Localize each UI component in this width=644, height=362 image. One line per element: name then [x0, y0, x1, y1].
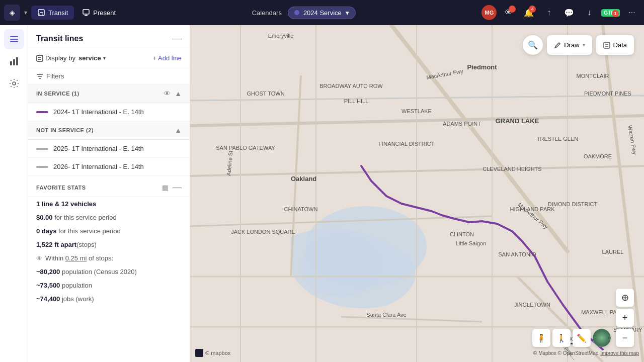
- not-in-service-actions: ▲: [175, 126, 182, 134]
- draw-chevron-icon: ▾: [583, 42, 585, 48]
- chat-btn[interactable]: 💬: [561, 5, 577, 21]
- avatar[interactable]: MG: [481, 5, 497, 20]
- strip-chart-icon[interactable]: [4, 51, 24, 71]
- route-item-2025[interactable]: 2025- 1T International - E. 14th: [28, 140, 190, 158]
- add-line-btn[interactable]: + Add line: [153, 54, 182, 62]
- svg-rect-14: [37, 55, 43, 61]
- fav-stat-jobs: ~74,400 jobs (work): [28, 292, 190, 306]
- gtfs-btn[interactable]: GTFS 1: [601, 9, 620, 17]
- person2-icon-btn[interactable]: 🚶: [552, 329, 571, 347]
- route-color-bar-2024: [36, 111, 48, 113]
- fav-stats-title: FAVORITE STATS: [36, 185, 86, 191]
- pencil-icon-btn[interactable]: ✏️: [573, 329, 591, 347]
- fav-eye-icon: 👁: [36, 255, 42, 262]
- route-name-2024: 2024- 1T International - E. 14th: [53, 108, 144, 116]
- route-item-2024[interactable]: 2024- 1T International - E. 14th: [28, 103, 190, 121]
- left-strip: [0, 25, 28, 362]
- fav-stat-stops: 1,522 ft apart(stops): [28, 238, 190, 251]
- service-pill[interactable]: 2024 Service ▾: [288, 7, 356, 19]
- svg-rect-11: [13, 59, 15, 65]
- svg-text:OAKMORE: OAKMORE: [584, 153, 612, 159]
- not-in-service-chevron-icon[interactable]: ▲: [175, 126, 182, 134]
- fav-chart-icon[interactable]: ▦: [162, 184, 169, 192]
- in-service-chevron-icon[interactable]: ▲: [175, 89, 182, 98]
- svg-text:CHINATOWN: CHINATOWN: [284, 206, 318, 212]
- svg-text:TRESTLE GLEN: TRESTLE GLEN: [537, 136, 579, 142]
- fav-stat-pop2020: ~80,200 population (Census 2020): [28, 265, 190, 279]
- svg-text:ADAMS POINT: ADAMS POINT: [443, 121, 481, 127]
- zoom-out-btn[interactable]: −: [616, 329, 634, 347]
- display-by-value: service: [78, 54, 101, 62]
- mapbox-label: © mapbox: [205, 350, 230, 356]
- sidebar-collapse-btn[interactable]: —: [173, 33, 182, 44]
- svg-text:SAN ANTONIO: SAN ANTONIO: [499, 251, 536, 257]
- eye-badge: [509, 6, 516, 13]
- svg-text:GRAND LAKE: GRAND LAKE: [496, 117, 539, 125]
- map-controls-top: 🔍 Draw ▾ Data: [523, 35, 634, 55]
- route-item-2026[interactable]: 2026- 1T International - E. 14th: [28, 158, 190, 176]
- fav-visibility-label: Within 0.25 mi of stops:: [45, 254, 113, 262]
- sidebar: Transit lines — Display by service ▾ + A…: [28, 25, 190, 362]
- eye-btn[interactable]: 👁: [501, 5, 517, 21]
- draw-btn[interactable]: Draw ▾: [547, 35, 592, 55]
- fav-stats-actions: ▦ —: [162, 182, 182, 193]
- fav-stat-cost: $0.00 for this service period: [28, 211, 190, 224]
- map-area[interactable]: Emeryville Piedmont MONTCLAIR PIEDMONT P…: [190, 25, 644, 362]
- display-by-btn[interactable]: Display by service ▾: [36, 54, 106, 62]
- sidebar-title: Transit lines: [36, 34, 83, 43]
- route-name-2026: 2026- 1T International - E. 14th: [53, 163, 144, 170]
- not-in-service-header[interactable]: NOT IN SERVICE (2) ▲: [28, 121, 190, 140]
- svg-rect-12: [16, 57, 18, 65]
- app-logo[interactable]: ◈: [4, 5, 20, 21]
- route-color-bar-2025: [36, 148, 48, 150]
- more-btn[interactable]: ···: [624, 5, 640, 21]
- svg-rect-4: [83, 10, 89, 14]
- svg-text:BROADWAY AUTO ROW: BROADWAY AUTO ROW: [319, 83, 383, 89]
- svg-text:JINGLETOWN: JINGLETOWN: [514, 302, 550, 308]
- map-search-btn[interactable]: 🔍: [523, 35, 543, 55]
- service-pill-label: 2024 Service: [303, 9, 342, 17]
- zoom-in-btn[interactable]: +: [616, 309, 634, 327]
- svg-rect-8: [10, 39, 18, 40]
- draw-label: Draw: [564, 41, 579, 49]
- svg-rect-7: [10, 36, 18, 37]
- attribution: © mapbox © Mapbox © OpenStreetMap Improv…: [190, 349, 644, 357]
- svg-point-3: [42, 14, 43, 15]
- service-chevron-icon: ▾: [346, 9, 349, 17]
- in-service-header[interactable]: IN SERVICE (1) 👁 ▲: [28, 84, 190, 103]
- strip-settings-icon[interactable]: [4, 73, 24, 94]
- share-btn[interactable]: ↑: [541, 5, 557, 21]
- app-chevron[interactable]: ▾: [22, 9, 29, 16]
- person-icon-btn[interactable]: 🧍: [532, 329, 550, 347]
- fav-collapse-icon[interactable]: —: [173, 182, 182, 193]
- download-btn[interactable]: ↓: [581, 5, 597, 21]
- strip-layers-icon[interactable]: [4, 29, 24, 49]
- svg-text:FINANCIAL DISTRICT: FINANCIAL DISTRICT: [379, 141, 435, 147]
- in-service-title: IN SERVICE (1): [36, 90, 79, 97]
- in-service-eye-icon[interactable]: 👁: [164, 89, 171, 98]
- transit-nav-btn[interactable]: Transit: [31, 6, 74, 20]
- filters-btn[interactable]: Filters: [36, 72, 182, 80]
- compass-btn[interactable]: ⊕: [616, 289, 634, 307]
- present-nav-btn[interactable]: Present: [76, 6, 122, 20]
- svg-text:JACK LONDON SQUARE: JACK LONDON SQUARE: [231, 229, 295, 235]
- mapbox-logo[interactable]: © mapbox: [195, 349, 230, 357]
- svg-text:Oakland: Oakland: [291, 175, 316, 183]
- svg-point-13: [13, 82, 16, 85]
- svg-text:MONTCLAIR: MONTCLAIR: [577, 73, 609, 79]
- terrain-btn[interactable]: [593, 329, 611, 347]
- svg-text:DIMOND DISTRICT: DIMOND DISTRICT: [548, 201, 598, 207]
- fav-stat-pop: ~73,500 population: [28, 279, 190, 292]
- service-dot: [294, 10, 299, 15]
- sidebar-header: Transit lines —: [28, 25, 190, 48]
- search-icon: 🔍: [528, 40, 538, 50]
- data-btn[interactable]: Data: [596, 35, 634, 55]
- svg-text:PIEDMONT PINES: PIEDMONT PINES: [584, 90, 631, 97]
- improve-map-link[interactable]: Improve this map: [600, 350, 639, 356]
- bell-btn[interactable]: 🔔 4: [521, 5, 537, 21]
- transit-label: Transit: [48, 9, 68, 17]
- display-by-label: Display by: [45, 54, 75, 62]
- filters-label: Filters: [46, 72, 64, 80]
- topbar: ◈ ▾ Transit Present Calendars 2024 Servi…: [0, 0, 644, 25]
- svg-text:LAUREL: LAUREL: [602, 249, 624, 255]
